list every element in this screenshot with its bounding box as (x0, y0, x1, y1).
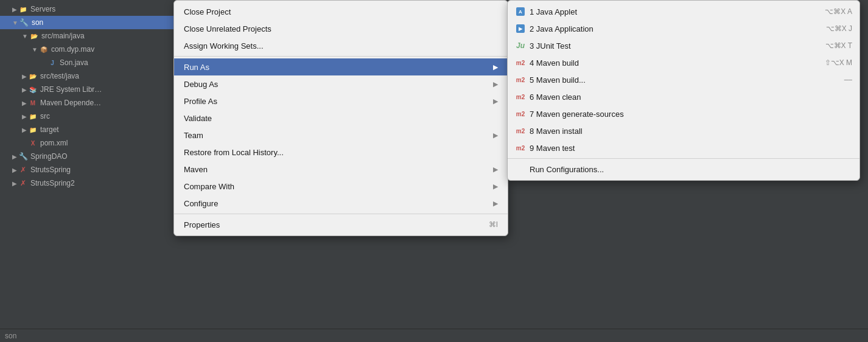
submenu-arrow-icon: ▶ (493, 97, 498, 105)
shortcut-label: ⇧⌥X M (825, 58, 852, 67)
maven-icon: m2 (515, 109, 526, 119)
tree-item-srcmainjava[interactable]: ▼ 📂 src/main/java (0, 29, 177, 43)
tree-item-target[interactable]: ▶ 📁 target (0, 123, 177, 136)
menu-item-label: Run As (184, 63, 209, 72)
tree-item-label: son (32, 18, 43, 27)
tree-item-src[interactable]: ▶ 📁 src (0, 110, 177, 123)
menu-item-label: Close Unrelated Projects (184, 24, 271, 33)
menu-item-label: Debug As (184, 80, 218, 89)
menu-item-label: Maven (184, 165, 208, 174)
error-project-icon: ✗ (18, 165, 28, 175)
error-project-icon: ✗ (18, 178, 28, 188)
tree-item-maven-dep[interactable]: ▶ M Maven Depende… (0, 96, 177, 110)
tree-item-label: SpringDAO (30, 152, 68, 161)
menu-item-validate[interactable]: Validate (174, 110, 508, 127)
menu-item-label: Close Project (184, 7, 231, 16)
menu-separator-2 (174, 214, 508, 214)
menu-item-compare-with[interactable]: Compare With ▶ (174, 178, 508, 195)
expand-arrow: ▶ (22, 100, 27, 106)
submenu-separator (508, 158, 859, 159)
menu-item-close-unrelated[interactable]: Close Unrelated Projects (174, 20, 508, 37)
submenu-item-junit[interactable]: Ju 3 JUnit Test ⌥⌘X T (508, 37, 859, 54)
applet-icon: A (515, 7, 526, 16)
run-as-submenu: A 1 Java Applet ⌥⌘X A ▶ 2 Java Applicati… (507, 0, 860, 181)
tree-item-strutsspring2[interactable]: ▶ ✗ StrutsSpring2 (0, 176, 177, 190)
menu-separator-1 (174, 56, 508, 57)
tree-item-label: com.dyp.mav (51, 45, 94, 54)
project-tree: ▶ 📁 Servers ▼ 🔧 son ▼ 📂 src/main/java ▼ … (0, 0, 177, 342)
folder-icon: 📁 (18, 4, 28, 14)
submenu-item-maven-build-dialog[interactable]: m2 5 Maven build... –– (508, 71, 859, 88)
submenu-item-maven-build[interactable]: m2 4 Maven build ⇧⌥X M (508, 54, 859, 71)
submenu-item-label: 1 Java Applet (530, 7, 577, 16)
maven-icon: m2 (515, 92, 526, 102)
menu-item-properties[interactable]: Properties ⌘I (174, 216, 508, 233)
submenu-arrow-icon: ▶ (493, 63, 498, 71)
submenu-item-run-configurations[interactable]: Run Configurations... (508, 161, 859, 178)
project-icon: 🔧 (18, 152, 28, 161)
menu-item-restore-history[interactable]: Restore from Local History... (174, 144, 508, 161)
xml-icon: X (28, 138, 38, 148)
tree-item-pomxml[interactable]: ▶ X pom.xml (0, 136, 177, 150)
tree-item-label: Maven Depende… (40, 99, 101, 107)
tree-item-package[interactable]: ▼ 📦 com.dyp.mav (0, 43, 177, 56)
app-icon: ▶ (515, 24, 526, 33)
menu-item-run-as[interactable]: Run As ▶ (174, 58, 508, 75)
shortcut-label: ⌥⌘X T (825, 41, 852, 50)
src-icon: 📂 (28, 71, 38, 81)
menu-item-label: Assign Working Sets... (184, 41, 264, 51)
tree-item-strutsspring[interactable]: ▶ ✗ StrutsSpring (0, 163, 177, 176)
expand-arrow: ▶ (12, 153, 17, 160)
tree-item-label: StrutsSpring2 (30, 179, 75, 187)
tree-item-son[interactable]: ▼ 🔧 son (0, 16, 177, 29)
submenu-item-label: 2 Java Application (530, 24, 593, 33)
tree-item-label: src (40, 112, 50, 120)
submenu-item-java-application[interactable]: ▶ 2 Java Application ⌥⌘X J (508, 20, 859, 37)
submenu-arrow-icon: ▶ (493, 200, 498, 208)
maven-icon: m2 (515, 126, 526, 136)
shortcut-label: ⌘I (489, 220, 498, 229)
spacer-icon (515, 164, 526, 174)
tree-item-label: src/test/java (40, 72, 79, 80)
submenu-item-maven-generate[interactable]: m2 7 Maven generate-sources (508, 105, 859, 122)
menu-item-debug-as[interactable]: Debug As ▶ (174, 75, 508, 92)
submenu-arrow-icon: ▶ (493, 183, 498, 190)
menu-item-team[interactable]: Team ▶ (174, 127, 508, 144)
tree-item-label: src/main/java (41, 32, 85, 40)
status-bar: son (0, 329, 868, 342)
menu-item-close-project[interactable]: Close Project (174, 3, 508, 20)
menu-item-label: Configure (184, 199, 218, 208)
junit-icon: Ju (515, 41, 526, 51)
tree-item-label: target (40, 125, 59, 134)
project-icon: 🔧 (19, 18, 29, 27)
maven-icon: M (28, 98, 38, 108)
shortcut-label: ⌥⌘X J (826, 24, 852, 33)
src-icon: 📂 (29, 31, 39, 41)
tree-item-jre[interactable]: ▶ 📚 JRE System Libr… (0, 83, 177, 96)
tree-item-springdao[interactable]: ▶ 🔧 SpringDAO (0, 150, 177, 163)
submenu-item-label: Run Configurations... (530, 165, 604, 174)
status-text: son (5, 332, 16, 340)
menu-item-maven[interactable]: Maven ▶ (174, 161, 508, 178)
menu-item-label: Team (184, 131, 203, 140)
java-icon: J (47, 58, 57, 68)
submenu-arrow-icon: ▶ (493, 166, 498, 173)
tree-item-srctestjava[interactable]: ▶ 📂 src/test/java (0, 69, 177, 83)
menu-item-configure[interactable]: Configure ▶ (174, 195, 508, 212)
submenu-item-maven-test[interactable]: m2 9 Maven test (508, 139, 859, 156)
maven-icon: m2 (515, 58, 526, 68)
menu-item-assign-sets[interactable]: Assign Working Sets... (174, 37, 508, 54)
menu-item-profile-as[interactable]: Profile As ▶ (174, 92, 508, 110)
expand-arrow: ▼ (32, 46, 38, 53)
submenu-item-maven-clean[interactable]: m2 6 Maven clean (508, 88, 859, 105)
tree-item-label: Son.java (60, 58, 88, 67)
submenu-item-label: 3 JUnit Test (530, 41, 571, 51)
tree-item-servers[interactable]: ▶ 📁 Servers (0, 2, 177, 16)
folder-icon: 📁 (28, 125, 38, 134)
submenu-item-label: 9 Maven test (530, 144, 575, 153)
submenu-item-java-applet[interactable]: A 1 Java Applet ⌥⌘X A (508, 3, 859, 20)
submenu-item-maven-install[interactable]: m2 8 Maven install (508, 122, 859, 139)
tree-item-sonjava[interactable]: ▶ J Son.java (0, 56, 177, 69)
submenu-item-label: 8 Maven install (530, 127, 583, 136)
expand-arrow: ▶ (22, 140, 27, 147)
